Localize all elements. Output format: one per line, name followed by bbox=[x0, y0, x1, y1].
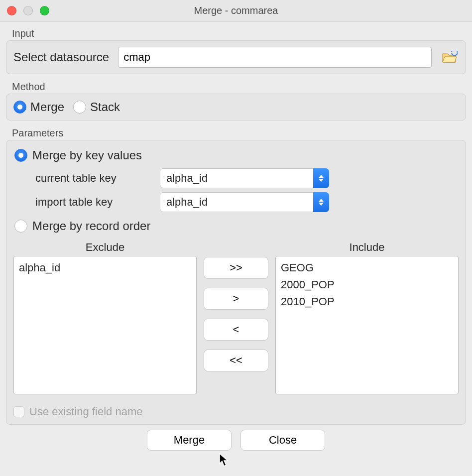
window-title: Merge - commarea bbox=[0, 5, 472, 16]
exclude-listbox[interactable]: alpha_id bbox=[13, 256, 197, 394]
zoom-window-icon[interactable] bbox=[40, 6, 49, 15]
merge-button[interactable]: Merge bbox=[147, 430, 232, 451]
close-window-icon[interactable] bbox=[7, 6, 16, 15]
list-item[interactable]: 2000_POP bbox=[281, 276, 453, 293]
parameters-group-label: Parameters bbox=[6, 125, 466, 140]
merge-by-order-radio[interactable] bbox=[14, 220, 27, 233]
minimize-window-icon bbox=[23, 6, 33, 15]
method-merge-label: Merge bbox=[30, 100, 64, 114]
merge-by-key-radio[interactable] bbox=[14, 149, 27, 162]
use-existing-field-checkbox bbox=[13, 406, 24, 417]
method-stack-radio[interactable] bbox=[73, 101, 86, 114]
chevron-updown-icon bbox=[313, 168, 329, 188]
list-item[interactable]: alpha_id bbox=[19, 259, 191, 276]
import-table-key-value: alpha_id bbox=[166, 196, 208, 209]
current-table-key-value: alpha_id bbox=[166, 172, 208, 185]
method-merge-radio[interactable] bbox=[13, 101, 26, 114]
include-header: Include bbox=[275, 241, 459, 254]
move-right-button[interactable]: > bbox=[204, 288, 268, 310]
move-all-right-button[interactable]: >> bbox=[204, 257, 268, 279]
exclude-header: Exclude bbox=[13, 241, 197, 254]
chevron-updown-icon bbox=[313, 192, 329, 212]
input-group-panel: Select datasource bbox=[6, 40, 466, 74]
list-item[interactable]: GEOG bbox=[281, 259, 453, 276]
window-controls bbox=[7, 6, 49, 15]
method-group-label: Method bbox=[6, 79, 466, 94]
current-table-key-label: current table key bbox=[35, 172, 160, 185]
current-table-key-select[interactable]: alpha_id bbox=[160, 168, 329, 188]
datasource-input[interactable] bbox=[118, 47, 432, 68]
merge-by-key-label: Merge by key values bbox=[32, 148, 142, 162]
merge-by-order-label: Merge by record order bbox=[32, 219, 150, 233]
import-table-key-label: import table key bbox=[35, 196, 160, 209]
use-existing-field-label: Use existing field name bbox=[29, 405, 142, 418]
import-table-key-select[interactable]: alpha_id bbox=[160, 192, 329, 212]
folder-open-icon bbox=[442, 51, 458, 64]
method-stack-label: Stack bbox=[90, 100, 120, 114]
input-group-label: Input bbox=[6, 26, 466, 40]
list-item[interactable]: 2010_POP bbox=[281, 293, 453, 310]
titlebar: Merge - commarea bbox=[0, 0, 472, 22]
parameters-group-panel: Merge by key values current table key al… bbox=[6, 140, 466, 425]
move-left-button[interactable]: < bbox=[204, 319, 268, 341]
close-button[interactable]: Close bbox=[240, 430, 325, 451]
browse-button[interactable] bbox=[441, 50, 459, 65]
include-listbox[interactable]: GEOG2000_POP2010_POP bbox=[275, 256, 459, 394]
move-all-left-button[interactable]: << bbox=[204, 350, 268, 371]
method-group-panel: Merge Stack bbox=[6, 94, 466, 120]
datasource-label: Select datasource bbox=[13, 50, 109, 64]
